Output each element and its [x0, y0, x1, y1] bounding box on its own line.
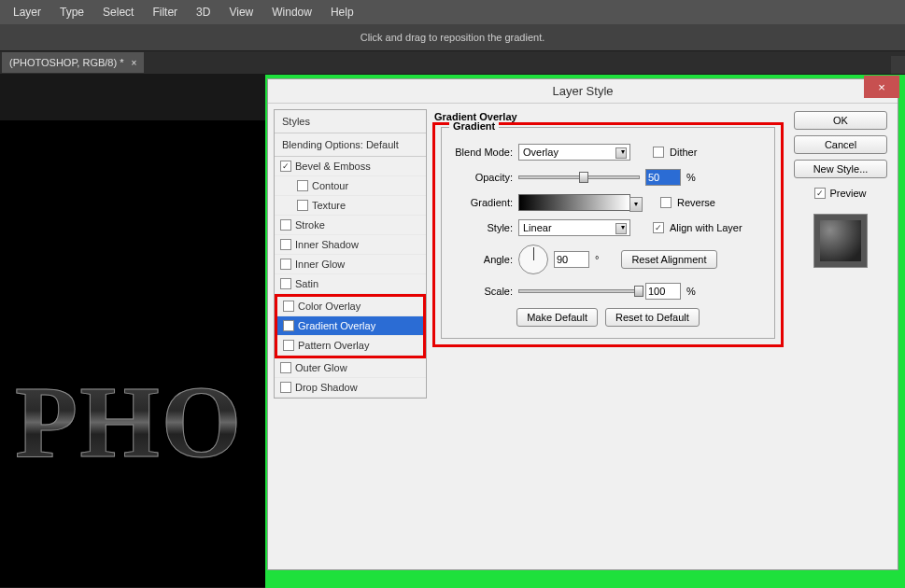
style-item-label: Stroke: [295, 219, 325, 231]
opacity-input[interactable]: [645, 169, 681, 186]
menu-3d[interactable]: 3D: [187, 2, 219, 22]
menu-bar: Layer Type Select Filter 3D View Window …: [0, 0, 905, 24]
style-checkbox[interactable]: [283, 320, 294, 331]
dialog-title: Layer Style: [552, 84, 613, 98]
menu-type[interactable]: Type: [50, 2, 93, 22]
gradient-label: Gradient:: [449, 197, 513, 208]
style-item-outer-glow[interactable]: Outer Glow: [275, 358, 426, 378]
menu-layer[interactable]: Layer: [4, 2, 50, 22]
style-item-bevel-emboss[interactable]: Bevel & Emboss: [275, 157, 426, 176]
style-checkbox[interactable]: [283, 301, 294, 312]
scale-input[interactable]: [645, 283, 681, 300]
reset-alignment-button[interactable]: Reset Alignment: [621, 250, 716, 269]
opacity-label: Opacity:: [449, 172, 513, 183]
style-item-inner-glow[interactable]: Inner Glow: [275, 255, 426, 274]
style-item-label: Inner Glow: [295, 259, 345, 270]
ok-button[interactable]: OK: [794, 111, 887, 130]
canvas[interactable]: [0, 120, 265, 587]
style-checkbox[interactable]: [280, 362, 291, 373]
document-tab-bar: (PHOTOSHOP, RGB/8) * ×: [0, 50, 905, 74]
reverse-label: Reverse: [677, 197, 715, 208]
style-item-drop-shadow[interactable]: Drop Shadow: [275, 378, 426, 398]
dialog-actions: OK Cancel New Style... Preview: [789, 109, 892, 564]
reverse-checkbox[interactable]: [660, 197, 672, 208]
new-style-button[interactable]: New Style...: [794, 160, 887, 178]
blend-mode-select[interactable]: Overlay: [518, 144, 630, 161]
style-item-color-overlay[interactable]: Color Overlay: [277, 297, 423, 316]
options-bar: Click and drag to reposition the gradien…: [0, 24, 905, 50]
style-item-inner-shadow[interactable]: Inner Shadow: [275, 235, 426, 255]
gradient-swatch[interactable]: [518, 194, 630, 211]
menu-help[interactable]: Help: [321, 2, 363, 22]
style-checkbox[interactable]: [280, 239, 291, 250]
align-checkbox[interactable]: [653, 222, 664, 233]
style-item-stroke[interactable]: Stroke: [275, 216, 426, 235]
close-button[interactable]: ×: [864, 76, 899, 98]
tab-label: (PHOTOSHOP, RGB/8) *: [9, 57, 123, 68]
style-item-label: Pattern Overlay: [298, 340, 369, 351]
scale-label: Scale:: [449, 286, 513, 297]
style-checkbox[interactable]: [297, 200, 308, 211]
group-title: Gradient: [449, 120, 499, 132]
style-checkbox[interactable]: [280, 259, 291, 270]
style-label: Style:: [449, 222, 513, 233]
style-item-label: Outer Glow: [295, 362, 347, 373]
preview-swatch: [813, 214, 868, 268]
menu-select[interactable]: Select: [93, 2, 143, 22]
angle-input[interactable]: [554, 251, 589, 268]
style-checkbox[interactable]: [283, 340, 294, 351]
opacity-slider[interactable]: [518, 175, 640, 179]
align-label: Align with Layer: [670, 222, 742, 233]
dialog-titlebar[interactable]: Layer Style ×: [268, 79, 898, 104]
style-item-gradient-overlay[interactable]: Gradient Overlay: [277, 316, 423, 336]
make-default-button[interactable]: Make Default: [516, 308, 598, 327]
percent-label-2: %: [686, 286, 696, 297]
menu-view[interactable]: View: [219, 2, 262, 22]
preview-checkbox[interactable]: [814, 188, 826, 199]
style-item-label: Drop Shadow: [295, 382, 358, 393]
gradient-overlay-panel: Gradient Overlay Gradient Blend Mode: Ov…: [432, 109, 784, 564]
dither-checkbox[interactable]: [653, 147, 664, 158]
style-item-label: Inner Shadow: [295, 239, 359, 250]
style-checkbox[interactable]: [280, 219, 291, 231]
styles-header[interactable]: Styles: [275, 110, 426, 133]
hint-text: Click and drag to reposition the gradien…: [361, 32, 545, 43]
cancel-button[interactable]: Cancel: [794, 135, 887, 154]
style-checkbox[interactable]: [280, 382, 291, 393]
scale-slider[interactable]: [518, 289, 640, 293]
style-item-label: Satin: [295, 278, 318, 289]
blend-mode-label: Blend Mode:: [449, 147, 513, 158]
styles-list: Styles Blending Options: Default Bevel &…: [274, 109, 427, 564]
style-item-label: Color Overlay: [298, 301, 361, 312]
style-item-pattern-overlay[interactable]: Pattern Overlay: [277, 336, 423, 356]
angle-label: Angle:: [449, 254, 513, 265]
canvas-text-layer: PHO: [15, 363, 243, 482]
document-tab[interactable]: (PHOTOSHOP, RGB/8) * ×: [2, 52, 144, 73]
dialog-highlight: Layer Style × Styles Blending Options: D…: [265, 75, 905, 588]
style-item-label: Contour: [312, 180, 348, 191]
panel-dock[interactable]: [891, 56, 905, 75]
close-icon[interactable]: ×: [131, 58, 136, 68]
angle-knob[interactable]: [518, 245, 548, 274]
style-item-label: Gradient Overlay: [298, 320, 375, 331]
style-item-satin[interactable]: Satin: [275, 274, 426, 294]
menu-filter[interactable]: Filter: [143, 2, 187, 22]
style-item-label: Bevel & Emboss: [295, 161, 371, 172]
menu-window[interactable]: Window: [262, 2, 321, 22]
preview-label: Preview: [829, 188, 866, 199]
style-item-label: Texture: [312, 200, 346, 211]
degree-label: °: [595, 254, 599, 265]
style-select[interactable]: Linear: [518, 219, 630, 236]
style-checkbox[interactable]: [280, 161, 291, 172]
style-checkbox[interactable]: [280, 278, 291, 289]
style-item-contour[interactable]: Contour: [275, 176, 426, 196]
percent-label: %: [686, 172, 696, 183]
reset-to-default-button[interactable]: Reset to Default: [605, 308, 700, 327]
dither-label: Dither: [670, 147, 697, 158]
style-item-texture[interactable]: Texture: [275, 196, 426, 216]
style-checkbox[interactable]: [297, 180, 308, 191]
blending-options-header[interactable]: Blending Options: Default: [275, 133, 426, 157]
layer-style-dialog: Layer Style × Styles Blending Options: D…: [267, 78, 898, 570]
